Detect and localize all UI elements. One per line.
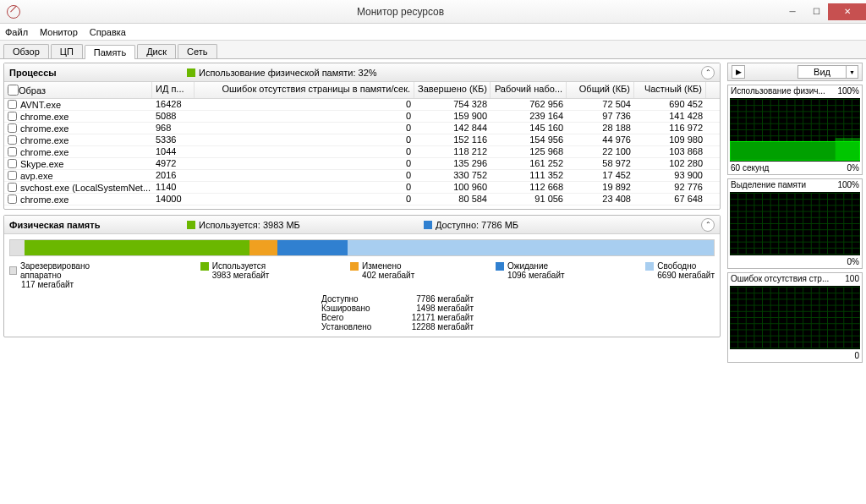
menu-monitor[interactable]: Монитор [40,27,78,37]
table-row[interactable]: chrome.exe53360152 116154 95644 976109 9… [4,134,720,146]
col-image: Образ [19,85,46,96]
collapse-processes-button[interactable]: ⌃ [701,66,715,79]
row-checkbox[interactable] [8,159,17,168]
memory-legend: Зарезервировано аппаратно117 мегабайт Ис… [4,261,720,289]
physical-title: Физическая память [9,220,187,230]
row-checkbox[interactable] [8,183,17,192]
menubar: Файл Монитор Справка [0,24,866,41]
usage-text: Использование физической памяти: 32% [199,68,377,78]
table-row[interactable]: svchost.exe (LocalSystemNet...11400100 9… [4,182,720,194]
tab-disk[interactable]: Диск [137,44,176,58]
col-err[interactable]: Ошибок отсутствия страницы в памяти/сек. [195,82,414,98]
tab-overview[interactable]: Обзор [3,44,49,58]
app-icon [7,5,20,19]
tab-network[interactable]: Сеть [178,44,216,58]
view-dropdown-button[interactable]: ▼ [847,65,858,79]
avail-text: Доступно: 7786 МБ [436,220,518,230]
row-checkbox[interactable] [8,112,17,121]
processes-rows[interactable]: AVNT.exe164280754 328762 95672 504690 45… [4,99,720,209]
row-checkbox[interactable] [8,194,17,204]
menu-file[interactable]: Файл [5,27,28,37]
tab-cpu[interactable]: ЦП [51,44,83,58]
tab-strip: Обзор ЦП Память Диск Сеть [0,41,866,59]
graph-prev-button[interactable]: ▶ [732,65,745,79]
reserved-swatch-icon [9,266,17,275]
table-row[interactable]: avp.exe20160330 752111 35217 45293 900 [4,170,720,182]
view-button[interactable]: Вид [797,65,847,79]
memory-bar [9,239,715,256]
bar-modified [249,240,277,255]
row-checkbox[interactable] [8,123,17,133]
col-pid[interactable]: ИД п... [152,82,195,98]
usage-swatch-icon [187,68,195,77]
bar-standby [277,240,348,255]
svg-marker-29 [836,139,860,161]
graph-2: Ошибок отсутствия стр...1000 [727,272,863,363]
table-row[interactable]: AVNT.exe164280754 328762 95672 504690 45… [4,99,720,111]
processes-panel: Процессы Использование физической памяти… [3,63,721,210]
close-button[interactable]: ✕ [828,3,866,20]
col-private[interactable]: Частный (КБ) [634,82,706,98]
tab-memory[interactable]: Память [85,45,135,59]
processes-header-row: Образ ИД п... Ошибок отсутствия страницы… [4,82,720,99]
col-work[interactable]: Рабочий набо... [491,82,567,98]
bar-free [348,240,714,255]
graph-0: Использование физич...100%60 секунд0% [727,85,863,175]
table-row[interactable]: Skype.exe49720135 296161 25258 972102 28… [4,158,720,170]
bar-used [25,240,249,255]
col-done[interactable]: Завершено (КБ) [414,82,491,98]
col-shared[interactable]: Общий (КБ) [567,82,634,98]
memory-details: Доступно7786 мегабайтКэшировано1498 мега… [321,294,720,337]
row-checkbox[interactable] [8,171,17,180]
free-swatch-icon [645,262,654,271]
bar-reserved [10,240,25,255]
row-checkbox[interactable] [8,147,17,156]
used-legend-swatch-icon [200,262,209,271]
collapse-physical-button[interactable]: ⌃ [701,218,715,232]
used-text: Используется: 3983 МБ [199,220,300,230]
table-row[interactable]: chrome.exe50880159 900239 16497 736141 4… [4,111,720,123]
minimize-button[interactable]: ─ [781,3,804,20]
side-header: ▶ Вид ▼ [727,63,863,81]
table-row[interactable]: chrome.exe9680142 844145 16028 188116 97… [4,123,720,134]
modified-swatch-icon [350,262,359,271]
avail-swatch-icon [424,221,432,229]
row-checkbox[interactable] [8,135,17,145]
row-checkbox[interactable] [8,100,17,109]
table-row[interactable]: chrome.exe14000080 58491 05623 40867 648 [4,194,720,205]
physical-memory-panel: Физическая память Используется: 3983 МБ … [3,215,721,337]
window-title: Монитор ресурсов [20,6,781,18]
processes-title: Процессы [9,68,187,78]
graph-1: Выделение памяти100%0% [727,178,863,269]
standby-swatch-icon [496,262,504,271]
select-all-checkbox[interactable] [8,85,19,96]
table-row[interactable]: chrome.exe10440118 212125 96822 100103 8… [4,146,720,158]
maximize-button[interactable]: ☐ [804,3,828,20]
used-swatch-icon [187,221,195,229]
titlebar: Монитор ресурсов ─ ☐ ✕ [0,0,866,24]
menu-help[interactable]: Справка [90,27,126,37]
